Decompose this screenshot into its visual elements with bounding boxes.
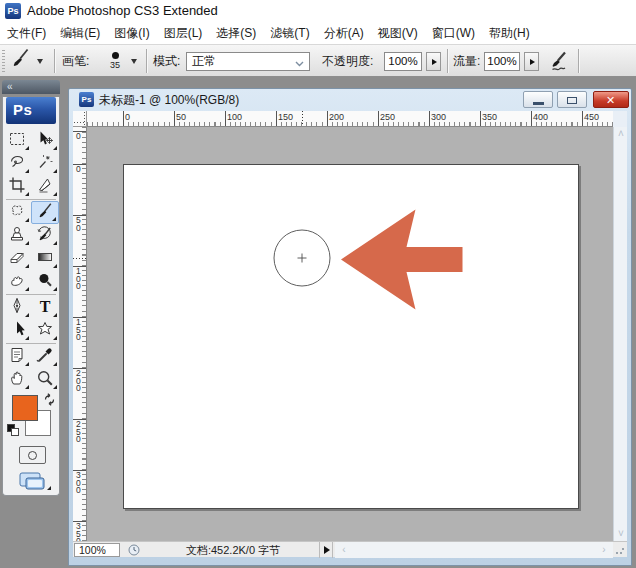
tool-crop[interactable]: [3, 175, 31, 198]
menu-4[interactable]: 选择(S): [216, 25, 256, 42]
panel-collapse-header[interactable]: «: [2, 80, 60, 94]
flyout-indicator: [53, 264, 57, 268]
menu-8[interactable]: 窗口(W): [432, 25, 475, 42]
tool-smudge[interactable]: [3, 270, 31, 293]
ruler-origin[interactable]: [73, 111, 87, 127]
ruler-tick: [123, 111, 124, 127]
flyout-indicator: [53, 362, 57, 366]
app-title: Adobe Photoshop CS3 Extended: [27, 0, 218, 22]
flyout-indicator: [25, 385, 29, 389]
flow-slider-button[interactable]: [524, 52, 539, 71]
tool-pen[interactable]: [3, 296, 31, 319]
document-icon: Ps: [79, 92, 94, 107]
menu-5[interactable]: 滤镜(T): [270, 25, 309, 42]
ruler-label: 0: [76, 166, 84, 174]
tool-history-brush[interactable]: [31, 224, 59, 247]
maximize-button[interactable]: [557, 91, 587, 108]
flyout-indicator: [25, 192, 29, 196]
tool-move[interactable]: [31, 129, 59, 152]
flow-input[interactable]: 100%: [484, 52, 520, 71]
menu-1[interactable]: 编辑(E): [60, 25, 100, 42]
tool-preset-button[interactable]: [8, 48, 48, 74]
brush-preset-picker[interactable]: 35: [102, 47, 128, 76]
scroll-up-icon[interactable]: ˄: [614, 129, 628, 139]
ruler-label: 50: [76, 217, 84, 232]
tool-gradient[interactable]: [31, 247, 59, 270]
quick-mask-button[interactable]: [19, 446, 46, 464]
tool-notes[interactable]: [3, 345, 31, 368]
brush-tool-icon: [8, 46, 34, 76]
resize-grip[interactable]: [615, 545, 625, 555]
horizontal-scrollbar[interactable]: ‹ ›: [335, 542, 613, 558]
ruler-label: 400: [533, 112, 548, 122]
ruler-tick: [582, 111, 583, 127]
tool-custom-shape[interactable]: [31, 319, 59, 342]
tool-magic-wand[interactable]: [31, 152, 59, 175]
tool-rect-marquee[interactable]: [3, 129, 31, 152]
ruler-label: 450: [584, 112, 599, 122]
ruler-label: 0: [76, 133, 84, 141]
tool-hand[interactable]: [3, 368, 31, 391]
tool-zoom[interactable]: [31, 368, 59, 391]
default-colors-icon[interactable]: [7, 424, 21, 438]
swap-colors-icon[interactable]: [43, 392, 56, 405]
document-titlebar[interactable]: Ps 未标题-1 @ 100%(RGB/8) ✕: [69, 89, 631, 111]
tool-lasso[interactable]: [3, 152, 31, 175]
opacity-slider-button[interactable]: [426, 52, 441, 71]
flyout-indicator: [53, 313, 57, 317]
tool-clone-stamp[interactable]: [3, 224, 31, 247]
vertical-ruler[interactable]: 0050100150200250300350: [73, 127, 87, 541]
tool-healing-brush[interactable]: [3, 201, 31, 224]
ruler-label: 100: [76, 268, 84, 291]
menu-2[interactable]: 图像(I): [114, 25, 149, 42]
tool-type[interactable]: T: [31, 296, 59, 319]
tool-brush[interactable]: [31, 201, 59, 224]
ruler-tick: [327, 111, 328, 127]
canvas-art: [124, 165, 580, 510]
tool-path-selection[interactable]: [3, 319, 31, 342]
screen-mode-button[interactable]: [13, 470, 51, 493]
cursor-position-indicator: [73, 258, 87, 259]
mode-value: 正常: [192, 54, 216, 68]
hand-icon: [7, 368, 27, 392]
app-titlebar: Ps Adobe Photoshop CS3 Extended: [0, 0, 636, 22]
ruler-label: 250: [76, 421, 84, 444]
minimize-button[interactable]: [523, 91, 553, 108]
flyout-indicator: [53, 287, 57, 291]
tool-eyedropper[interactable]: [31, 345, 59, 368]
tool-dodge[interactable]: [31, 270, 59, 293]
close-button[interactable]: ✕: [593, 91, 629, 108]
menu-7[interactable]: 视图(V): [378, 25, 418, 42]
mode-select[interactable]: 正常: [186, 52, 310, 71]
foreground-color-swatch[interactable]: [12, 395, 38, 421]
opacity-input[interactable]: 100%: [384, 52, 422, 71]
menu-9[interactable]: 帮助(H): [489, 25, 530, 42]
pen-icon: [7, 296, 27, 320]
status-flyout-button[interactable]: [319, 542, 333, 558]
brush-dropdown-arrow[interactable]: [131, 59, 137, 64]
workspace: « Ps T Ps 未标题-1 @ 100%(RGB/8) ✕ 05010015…: [0, 77, 636, 568]
ruler-label: 50: [176, 112, 186, 122]
scroll-right-icon[interactable]: ›: [597, 545, 611, 555]
canvas[interactable]: [123, 164, 579, 509]
path-selection-icon: [7, 319, 27, 343]
tools-panel: « Ps T: [2, 80, 60, 496]
flyout-indicator: [25, 362, 29, 366]
menu-3[interactable]: 图层(L): [164, 25, 203, 42]
tool-eraser[interactable]: [3, 247, 31, 270]
horizontal-ruler[interactable]: 050100150200250300350400450: [87, 111, 613, 127]
ruler-tick: [480, 111, 481, 127]
airbrush-toggle[interactable]: [545, 48, 573, 76]
menu-0[interactable]: 文件(F): [7, 25, 46, 42]
document-title: 未标题-1 @ 100%(RGB/8): [99, 89, 239, 111]
scroll-down-icon[interactable]: ˅: [614, 529, 628, 539]
lasso-icon: [7, 152, 27, 176]
scroll-left-icon[interactable]: ‹: [337, 545, 351, 555]
type-icon: T: [35, 296, 55, 320]
ruler-label: 150: [278, 112, 293, 122]
zoom-level-input[interactable]: 100%: [74, 543, 120, 557]
tool-slice[interactable]: [31, 175, 59, 198]
menu-6[interactable]: 分析(A): [324, 25, 364, 42]
vertical-scrollbar[interactable]: ˄ ˅: [613, 127, 627, 541]
svg-text:T: T: [40, 297, 51, 314]
